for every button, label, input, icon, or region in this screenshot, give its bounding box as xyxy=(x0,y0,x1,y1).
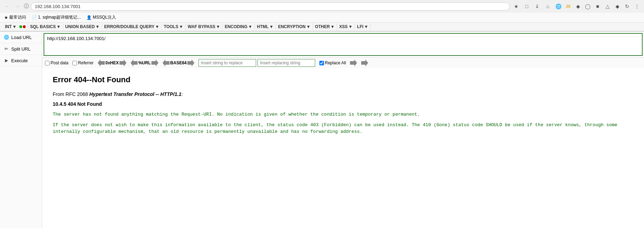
waf-bypass-menu[interactable]: WAF BYPASS ▼ xyxy=(186,23,222,30)
reading-mode-button[interactable]: □ xyxy=(522,2,531,11)
type-selector[interactable]: INT ▼ xyxy=(3,23,28,30)
forward-button[interactable]: → xyxy=(13,2,22,11)
tools-label: TOOLS xyxy=(164,24,178,29)
menu-button[interactable]: ⋮ xyxy=(633,2,641,11)
url-decode-arrow-icon xyxy=(131,59,138,66)
post-data-checkbox-label[interactable]: Post data xyxy=(45,60,69,65)
replace-all-checkbox-label[interactable]: Replace All xyxy=(319,60,346,65)
rfc-heading-text: From RFC 2068 Hypertext Transfer Protoco… xyxy=(53,91,183,97)
referrer-checkbox[interactable] xyxy=(72,61,77,65)
bookmark-item-2[interactable]: 👤 MSSQL注入 xyxy=(85,14,117,21)
load-url-icon: 🌐 xyxy=(4,34,9,40)
ext4-icon-btn[interactable]: △ xyxy=(603,2,612,11)
error-title: Error 404--Not Found xyxy=(53,75,633,84)
hex-encode-group: 0xHEX xyxy=(98,59,126,66)
lfi-label: LFI xyxy=(357,24,363,29)
base64-label: BASE64 xyxy=(170,60,187,65)
tools-chevron: ▼ xyxy=(179,24,183,29)
html-chevron: ▼ xyxy=(269,24,274,29)
browser-titlebar: ← → ⓘ 192.168.100.134:7001 ★ □ ⇓ ⌂ 🌐 JS … xyxy=(0,0,644,13)
lfi-chevron: ▼ xyxy=(364,24,368,29)
error-double-query-chevron: ▼ xyxy=(155,24,159,29)
rfc-subheading: 10.4.5 404 Not Found xyxy=(53,101,633,107)
encoding-chevron: ▼ xyxy=(248,24,252,29)
ext2-icon-btn[interactable]: ◯ xyxy=(584,2,592,11)
sidebar-item-split-url-label: Split URL xyxy=(11,46,31,52)
sidebar-item-execute-label: Execute xyxy=(11,58,28,63)
bookmarks-bar: ★ 最常访问 📄 1. sqlmap超详细笔记... 👤 MSSQL注入 xyxy=(0,13,644,22)
waf-bypass-label: WAF BYPASS xyxy=(188,24,215,29)
status-dot-green xyxy=(19,25,22,28)
url-text: 192.168.100.134:7001 xyxy=(35,4,80,9)
sidebar-item-load-url[interactable]: 🌐 Load URL xyxy=(0,32,42,43)
sidebar-item-split-url[interactable]: ✄ Split URL xyxy=(0,43,42,55)
split-url-icon: ✄ xyxy=(4,46,9,52)
encoding-menu[interactable]: ENCODING ▼ xyxy=(223,23,255,30)
execute-icon: ▶ xyxy=(4,58,9,63)
union-based-label: UNION BASED xyxy=(65,24,95,29)
tools-menu[interactable]: TOOLS ▼ xyxy=(162,23,186,30)
hex-encode-arrow-icon xyxy=(119,59,126,66)
download-button[interactable]: ⇓ xyxy=(533,2,541,11)
sql-basics-chevron: ▼ xyxy=(57,24,61,29)
insert-replacing-input[interactable] xyxy=(258,59,315,67)
bookmark-icon-2: 👤 xyxy=(86,15,92,20)
reload-button[interactable]: ↻ xyxy=(623,2,631,11)
encryption-label: ENCRYPTION xyxy=(278,24,305,29)
xss-label: XSS xyxy=(339,24,347,29)
insert-replace-input[interactable] xyxy=(199,59,256,67)
hex-label: 0xHEX xyxy=(105,60,119,65)
sql-basics-menu[interactable]: SQL BASICS ▼ xyxy=(28,23,63,30)
bookmark-item-0[interactable]: ★ 最常访问 xyxy=(3,14,27,21)
encryption-menu[interactable]: ENCRYPTION ▼ xyxy=(276,23,313,30)
encryption-chevron: ▼ xyxy=(306,24,311,29)
bookmark-label-2: MSSQL注入 xyxy=(93,14,116,20)
js-icon-btn[interactable]: JS xyxy=(564,2,572,11)
post-data-label: Post data xyxy=(51,60,69,65)
url-textarea[interactable]: http://192.168.100.134:7001/ xyxy=(44,34,642,54)
xss-menu[interactable]: XSS ▼ xyxy=(337,23,355,30)
address-bar: 192.168.100.134:7001 xyxy=(31,2,510,11)
replace-extra-arrow-icon xyxy=(361,59,368,66)
error-double-query-menu[interactable]: ERROR/DOUBLE QUERY ▼ xyxy=(102,23,162,30)
globe-icon-btn[interactable]: 🌐 xyxy=(554,2,562,11)
ext3-icon-btn[interactable]: ■ xyxy=(593,2,602,11)
browser-extension-icons: 🌐 JS ◆ ◯ ■ △ ◆ ↻ ⋮ xyxy=(554,2,641,11)
post-data-checkbox[interactable] xyxy=(45,61,50,65)
rfc-heading: From RFC 2068 Hypertext Transfer Protoco… xyxy=(53,91,633,97)
lfi-menu[interactable]: LFI ▼ xyxy=(355,23,371,30)
ext5-icon-btn[interactable]: ◆ xyxy=(613,2,622,11)
replace-forward-arrow-icon xyxy=(350,59,357,66)
bookmark-item-1[interactable]: 📄 1. sqlmap超详细笔记... xyxy=(30,14,82,21)
union-based-menu[interactable]: UNION BASED ▼ xyxy=(63,23,102,30)
main-container: 🌐 Load URL ✄ Split URL ▶ Execute http://… xyxy=(0,32,644,228)
other-menu[interactable]: OTHER ▼ xyxy=(313,23,337,30)
bookmark-icon-1: 📄 xyxy=(32,15,37,20)
xss-chevron: ▼ xyxy=(348,24,352,29)
html-label: HTML xyxy=(257,24,268,29)
url-toolbar: Post data Referrer 0xHEX %URL xyxy=(42,57,644,68)
url-area: http://192.168.100.134:7001/ xyxy=(44,33,643,56)
other-label: OTHER xyxy=(315,24,330,29)
waf-bypass-chevron: ▼ xyxy=(216,24,220,29)
sidebar-item-execute[interactable]: ▶ Execute xyxy=(0,55,42,66)
bookmark-icon-0: ★ xyxy=(4,15,8,20)
replace-all-checkbox[interactable] xyxy=(319,61,324,65)
replace-all-label: Replace All xyxy=(325,60,346,65)
url-label: %URL xyxy=(138,60,151,65)
url-encode-arrow-icon xyxy=(151,59,158,66)
ext-toolbar: INT ▼ SQL BASICS ▼ UNION BASED ▼ ERROR/D… xyxy=(0,22,644,31)
page-para1: The server has not found anything matchi… xyxy=(53,111,633,118)
home-button[interactable]: ⌂ xyxy=(544,2,552,11)
ext1-icon-btn[interactable]: ◆ xyxy=(574,2,582,11)
sql-basics-label: SQL BASICS xyxy=(30,24,56,29)
type-label: INT xyxy=(5,24,12,29)
page-para2: If the server does not wish to make this… xyxy=(53,122,633,135)
html-menu[interactable]: HTML ▼ xyxy=(255,23,276,30)
base64-decode-arrow-icon xyxy=(163,59,170,66)
bookmark-label-0: 最常访问 xyxy=(9,14,26,20)
error-double-query-label: ERROR/DOUBLE QUERY xyxy=(104,24,155,29)
back-button[interactable]: ← xyxy=(3,2,11,11)
bookmark-star-button[interactable]: ★ xyxy=(512,2,520,11)
referrer-checkbox-label[interactable]: Referrer xyxy=(72,60,93,65)
